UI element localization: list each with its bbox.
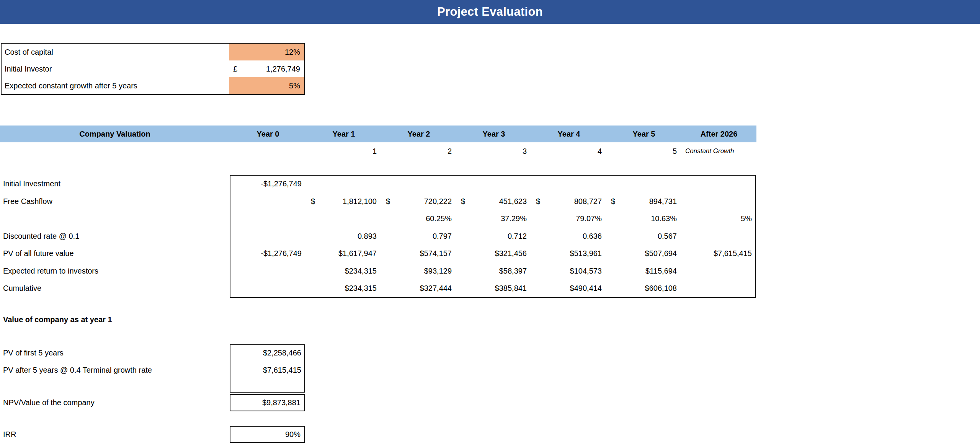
cell-r2-c5[interactable]: 10.63% (606, 210, 681, 228)
cell-r1-c3[interactable]: $451,623 (456, 193, 531, 210)
cell-r4-c0[interactable]: -$1,276,749 (230, 245, 306, 262)
period-cell-year-0[interactable] (230, 142, 306, 160)
cell-r6-c6[interactable] (681, 280, 756, 297)
cell-r4-c6[interactable]: $7,615,415 (681, 245, 756, 262)
cell-r5-c4[interactable]: $104,573 (531, 262, 606, 280)
cell-r0-c2[interactable] (381, 175, 456, 193)
cell-r2-c4[interactable]: 79.07% (531, 210, 606, 228)
cell-number: 808,727 (574, 197, 602, 206)
header-year-2: Year 2 (381, 126, 456, 142)
spreadsheet: Project Evaluation Cost of capital 12% I… (0, 0, 980, 445)
currency-symbol: $ (611, 197, 615, 206)
valuation-row-0: Initial Investment-$1,276,749 (0, 175, 756, 193)
cell-r6-c1[interactable]: $234,315 (306, 280, 381, 297)
cell-number: 894,731 (649, 197, 677, 206)
cell-r3-c0[interactable] (230, 228, 306, 245)
period-number-5[interactable]: 5 (606, 142, 681, 160)
row-label: Discounted rate @ 0.1 (0, 228, 230, 245)
constant-growth-note: Constant Growth (681, 142, 756, 160)
period-number-4[interactable]: 4 (531, 142, 606, 160)
period-cell-label[interactable] (0, 142, 230, 160)
cell-r0-c0[interactable]: -$1,276,749 (230, 175, 306, 193)
cell-r2-c6[interactable]: 5% (681, 210, 756, 228)
value-section-heading: Value of company as at year 1 (3, 315, 112, 324)
param-row-cost-of-capital: Cost of capital 12% (2, 44, 304, 60)
irr-value-cell[interactable]: 90% (230, 426, 305, 443)
cell-r1-c5[interactable]: $894,731 (606, 193, 681, 210)
cell-r3-c4[interactable]: 0.636 (531, 228, 606, 245)
growth-rate-input-cell[interactable]: 5% (229, 77, 304, 94)
summary-row-empty (0, 379, 305, 396)
cell-r2-c2[interactable]: 60.25% (381, 210, 456, 228)
currency-symbol: $ (536, 197, 540, 206)
cell-r6-c5[interactable]: $606,108 (606, 280, 681, 297)
summary-row-pv-first-5-years: PV of first 5 years $2,258,466 (0, 344, 305, 362)
cell-r2-c1[interactable] (306, 210, 381, 228)
cell-r0-c6[interactable] (681, 175, 756, 193)
summary-label: PV of first 5 years (0, 344, 230, 362)
cell-number: 451,623 (499, 197, 527, 206)
cell-r5-c5[interactable]: $115,694 (606, 262, 681, 280)
valuation-row-4: PV of all future value-$1,276,749$1,617,… (0, 245, 756, 262)
cell-r4-c5[interactable]: $507,694 (606, 245, 681, 262)
cell-r1-c1[interactable]: $1,812,100 (306, 193, 381, 210)
currency-symbol: $ (461, 197, 465, 206)
cost-of-capital-input-cell[interactable]: 12% (229, 44, 304, 60)
cell-r6-c0[interactable] (230, 280, 306, 297)
cell-r0-c3[interactable] (456, 175, 531, 193)
npv-value-cell[interactable]: $9,873,881 (230, 394, 305, 411)
cell-r5-c0[interactable] (230, 262, 306, 280)
header-after-2026: After 2026 (681, 126, 756, 142)
row-label: Free Cashflow (0, 193, 230, 210)
cell-r4-c2[interactable]: $574,157 (381, 245, 456, 262)
cell-r4-c1[interactable]: $1,617,947 (306, 245, 381, 262)
header-year-4: Year 4 (531, 126, 606, 142)
cell-number: 1,812,100 (343, 197, 377, 206)
summary-label (0, 379, 230, 396)
cell-r1-c6[interactable] (681, 193, 756, 210)
cell-r6-c2[interactable]: $327,444 (381, 280, 456, 297)
valuation-header-row: Company Valuation Year 0 Year 1 Year 2 Y… (0, 126, 756, 142)
row-label: Expected return to investors (0, 262, 230, 280)
period-number-3[interactable]: 3 (456, 142, 531, 160)
cell-r6-c3[interactable]: $385,841 (456, 280, 531, 297)
pv-first-5-years-value-cell[interactable]: $2,258,466 (230, 344, 305, 362)
period-row: 1 2 3 4 5 Constant Growth (0, 142, 756, 160)
cell-r2-c0[interactable] (230, 210, 306, 228)
cell-r0-c4[interactable] (531, 175, 606, 193)
row-label: Cumulative (0, 280, 230, 297)
header-company-valuation: Company Valuation (0, 126, 230, 142)
summary-rows: PV of first 5 years $2,258,466 PV after … (0, 344, 305, 396)
cell-r0-c1[interactable] (306, 175, 381, 193)
period-number-1[interactable]: 1 (306, 142, 381, 160)
cell-r4-c4[interactable]: $513,961 (531, 245, 606, 262)
cell-r5-c3[interactable]: $58,397 (456, 262, 531, 280)
cell-r6-c4[interactable]: $490,414 (531, 280, 606, 297)
cell-r5-c1[interactable]: $234,315 (306, 262, 381, 280)
param-row-initial-investor: Initial Investor £ 1,276,749 (2, 60, 304, 77)
cell-r2-c3[interactable]: 37.29% (456, 210, 531, 228)
parameters-table: Cost of capital 12% Initial Investor £ 1… (1, 43, 305, 95)
summary-row-pv-after-5-years: PV after 5 years @ 0.4 Terminal growth r… (0, 362, 305, 379)
cell-r5-c2[interactable]: $93,129 (381, 262, 456, 280)
empty-cell[interactable] (230, 379, 305, 396)
row-label: PV of all future value (0, 245, 230, 262)
cell-r4-c3[interactable]: $321,456 (456, 245, 531, 262)
cell-r0-c5[interactable] (606, 175, 681, 193)
period-number-2[interactable]: 2 (381, 142, 456, 160)
header-year-3: Year 3 (456, 126, 531, 142)
cell-r3-c5[interactable]: 0.567 (606, 228, 681, 245)
cell-r1-c0[interactable] (230, 193, 306, 210)
initial-investor-value-cell[interactable]: £ 1,276,749 (229, 60, 304, 77)
currency-symbol: $ (386, 197, 390, 206)
cell-r1-c4[interactable]: $808,727 (531, 193, 606, 210)
cell-r1-c2[interactable]: $720,222 (381, 193, 456, 210)
cell-r3-c2[interactable]: 0.797 (381, 228, 456, 245)
cell-r3-c1[interactable]: 0.893 (306, 228, 381, 245)
header-year-0: Year 0 (230, 126, 306, 142)
cell-r3-c6[interactable] (681, 228, 756, 245)
pv-after-5-years-value-cell[interactable]: $7,615,415 (230, 362, 305, 379)
cell-r3-c3[interactable]: 0.712 (456, 228, 531, 245)
cell-r5-c6[interactable] (681, 262, 756, 280)
summary-label: PV after 5 years @ 0.4 Terminal growth r… (0, 362, 230, 379)
